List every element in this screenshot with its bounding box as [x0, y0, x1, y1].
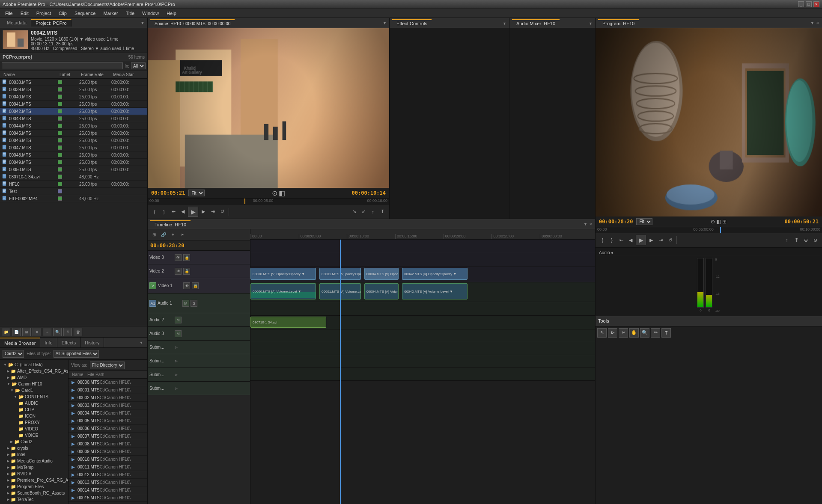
tool-type[interactable]: T	[661, 328, 671, 338]
clip-v1-00001[interactable]: 00001.MTS [V] pacity:Opacity ▼	[319, 268, 361, 280]
tree-item-14[interactable]: ▶📁Intel	[0, 451, 68, 458]
tool-razor[interactable]: ✂	[619, 328, 628, 338]
fb-file-row-14[interactable]: ▶ 00014.MTS C:\Canon HF10\	[68, 486, 147, 494]
fb-file-row-5[interactable]: ▶ 00005.MTS C:\Canon HF10\	[68, 417, 147, 425]
tree-item-0[interactable]: ▼📂C: (Local Disk)	[0, 362, 68, 368]
track-mute-audio1[interactable]: M	[182, 300, 189, 307]
panel-close-button[interactable]: ▼	[140, 21, 145, 25]
fb-file-row-3[interactable]: ▶ 00003.MTS C:\Canon HF10\	[68, 402, 147, 409]
tl-razor-button[interactable]: ✂	[179, 231, 186, 239]
program-timeline-bar[interactable]: 00:00 00:05:00:00 00:10:00:00	[596, 227, 822, 233]
tool-pen[interactable]: ✏	[651, 328, 660, 338]
tree-item-4[interactable]: ▼📂Card1	[0, 387, 68, 394]
program-step-forward-button[interactable]: ▶	[647, 236, 655, 244]
tree-item-16[interactable]: ▶📁MoTemp	[0, 464, 68, 471]
file-row-0[interactable]: 00038.MTS 25.00 fps 00:00:00:	[0, 79, 147, 86]
panel-collapse-button[interactable]: ▼	[138, 339, 145, 346]
fb-file-row-6[interactable]: ▶ 00006.MTS C:\Canon HF10\	[68, 425, 147, 433]
card-select[interactable]: Card2 Card1	[3, 350, 24, 358]
automate-button[interactable]: →	[43, 328, 51, 336]
clip-a1-00042[interactable]: 00042.MTS [A] Volume:Level ▼	[402, 283, 468, 299]
track-content-audio1[interactable]: 00000.MTS [A] Volume:Level ▼ 00001.MTS […	[250, 282, 595, 302]
timeline-close-button[interactable]: ✕	[589, 222, 593, 226]
timeline-tab[interactable]: Timeline: HF10	[150, 220, 191, 228]
fb-file-row-0[interactable]: ▶ 00000.MTS C:\Canon HF10\	[68, 379, 147, 386]
tool-ripple-edit[interactable]: ⊳	[608, 328, 617, 338]
track-solo-audio1[interactable]: S	[191, 300, 197, 307]
program-output-icon[interactable]: ◧	[716, 219, 721, 225]
tl-link-button[interactable]: 🔗	[160, 231, 167, 239]
source-safe-margins-icon[interactable]: ⊙	[272, 189, 277, 197]
tab-project[interactable]: Project: PCPro	[31, 19, 71, 27]
menu-clip[interactable]: Clip	[55, 10, 70, 17]
find-button[interactable]: 🔍	[53, 328, 62, 336]
file-row-9[interactable]: 00047.MTS 25.00 fps 00:00:00:	[0, 144, 147, 151]
tool-selection[interactable]: ↖	[597, 328, 607, 338]
menu-window[interactable]: Window	[139, 10, 162, 17]
minimize-button[interactable]: _	[798, 1, 804, 7]
clip-a1-00001[interactable]: 00001.MTS [A] Volume:Level ▼	[319, 283, 361, 299]
menu-edit[interactable]: Edit	[17, 10, 32, 17]
tree-item-20[interactable]: ▶📁SoundBooth_RG_Assets	[0, 490, 68, 496]
fb-file-row-12[interactable]: ▶ 00012.MTS C:\Canon HF10\	[68, 471, 147, 479]
tree-item-6[interactable]: 📁AUDIO	[0, 400, 68, 406]
fb-file-row-4[interactable]: ▶ 00004.MTS C:\Canon HF10\	[68, 409, 147, 417]
tree-item-11[interactable]: 📁VOICE	[0, 432, 68, 439]
tab-media-browser[interactable]: Media Browser	[0, 338, 40, 347]
view-as-select[interactable]: File Directory	[90, 362, 125, 369]
clip-v1-00004[interactable]: 00004.MTS [V] Opacity:Opacity ▼	[364, 268, 399, 280]
tree-item-7[interactable]: 📁CLIP	[0, 406, 68, 413]
close-button[interactable]: ✕	[813, 1, 819, 7]
search-in-select[interactable]: All	[131, 62, 146, 69]
track-mute-audio3[interactable]: M	[175, 330, 182, 337]
search-input[interactable]	[2, 62, 123, 69]
fb-file-row-8[interactable]: ▶ 00008.MTS C:\Canon HF10\	[68, 440, 147, 448]
program-tab[interactable]: Program: HF10	[598, 19, 639, 27]
new-item-button[interactable]: 📄	[12, 328, 21, 336]
tool-zoom[interactable]: 🔍	[640, 328, 649, 338]
tree-item-8[interactable]: 📁ICON	[0, 413, 68, 419]
maximize-button[interactable]: □	[806, 1, 812, 7]
list-view-button[interactable]: ≡	[33, 328, 41, 336]
clip-a3-avi[interactable]: 080710-1 34.avi	[250, 317, 326, 328]
file-row-5[interactable]: 00043.MTS 25.00 fps 00:00:00:	[0, 115, 147, 122]
tool-hand[interactable]: ✋	[629, 328, 639, 338]
program-loop-button[interactable]: ↺	[666, 236, 674, 244]
fb-file-row-1[interactable]: ▶ 00001.MTS C:\Canon HF10\	[68, 386, 147, 394]
file-row-1[interactable]: 00039.MTS 25.00 fps 00:00:00:	[0, 86, 147, 93]
source-goto-out-button[interactable]: ⇥	[208, 208, 217, 216]
file-row-14[interactable]: HF10 25.00 fps 00:00:00:	[0, 181, 147, 188]
program-options-button[interactable]: ▼	[810, 21, 814, 25]
file-row-8[interactable]: 00046.MTS 25.00 fps 00:00:00:	[0, 137, 147, 144]
track-lock-video2[interactable]: 🔒	[183, 268, 190, 275]
program-lift-button[interactable]: ↑	[783, 236, 791, 244]
source-playhead[interactable]	[244, 199, 245, 204]
fb-file-row-11[interactable]: ▶ 00011.MTS C:\Canon HF10\	[68, 463, 147, 471]
source-step-forward-button[interactable]: ▶	[199, 208, 208, 216]
track-target-audio1[interactable]: A1	[149, 300, 156, 307]
source-overwrite-button[interactable]: ↙	[359, 208, 368, 216]
file-row-13[interactable]: 080710-1 34.avi 48,000 Hz	[0, 173, 147, 181]
tab-history[interactable]: History	[80, 338, 104, 347]
program-close-button[interactable]: ✕	[816, 21, 819, 25]
tree-item-9[interactable]: 📁PROXY	[0, 419, 68, 426]
program-step-back-button[interactable]: ◀	[626, 236, 635, 244]
file-row-16[interactable]: FILE0002.MP4 48,000 Hz	[0, 195, 147, 202]
effect-controls-tab[interactable]: Effect Controls	[392, 19, 432, 27]
audio-mixer-tab[interactable]: Audio Mixer: HF10	[512, 19, 560, 27]
source-lift-button[interactable]: ↑	[369, 208, 377, 216]
source-insert-button[interactable]: ↘	[350, 208, 358, 216]
track-lock-video1[interactable]: 🔒	[192, 282, 199, 289]
tree-item-3[interactable]: ▼📂Canon HF10	[0, 381, 68, 387]
program-safe-margins-icon[interactable]: ⊙	[711, 219, 715, 225]
file-row-11[interactable]: 00049.MTS 25.00 fps 00:00:00:	[0, 159, 147, 166]
menu-sequence[interactable]: Sequence	[71, 10, 99, 17]
source-timeline-bar[interactable]: 00:00 00:00:05:00 00:00:10:00	[148, 198, 389, 204]
menu-file[interactable]: File	[2, 10, 16, 17]
file-row-7[interactable]: 00045.MTS 25.00 fps 00:00:00:	[0, 130, 147, 137]
tree-item-21[interactable]: ▶📁TerraTec	[0, 496, 68, 503]
file-row-4[interactable]: 00042.MTS 25.00 fps 00:00:00:	[0, 108, 147, 115]
clip-a1-00000[interactable]: 00000.MTS [A] Volume:Level ▼	[250, 283, 316, 299]
source-extract-button[interactable]: ⤒	[378, 208, 387, 216]
source-mark-in-button[interactable]: {	[150, 208, 159, 216]
